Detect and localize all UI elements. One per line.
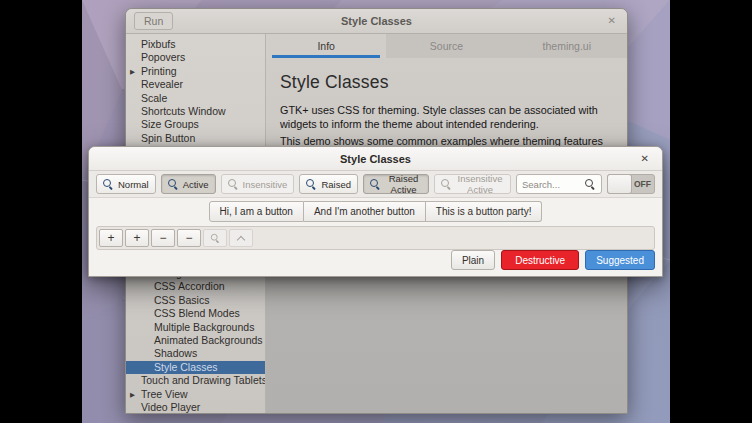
style-classes-dialog: Style Classes ✕ NormalActiveInsensitiveR…: [88, 146, 663, 277]
close-icon[interactable]: ✕: [608, 16, 616, 26]
toolbar-button-label: Insensitive Active: [456, 173, 504, 195]
sidebar-list-top: PixbufsPopovers▶PrintingRevealerScaleSho…: [126, 38, 265, 145]
sidebar-item-css-blend-modes[interactable]: CSS Blend Modes: [126, 307, 265, 320]
sidebar-item-shortcuts-window[interactable]: Shortcuts Window: [126, 105, 265, 118]
primary-toolbar: NormalActiveInsensitiveRaisedRaised Acti…: [89, 171, 662, 198]
sidebar-item-label: Style Classes: [154, 361, 218, 373]
sidebar-item-animated-backgrounds[interactable]: Animated Backgrounds: [126, 334, 265, 347]
sidebar-item-revealer[interactable]: Revealer: [126, 78, 265, 91]
minus-icon: −: [159, 232, 166, 244]
normal-button[interactable]: Normal: [96, 174, 156, 194]
sidebar-item-popovers[interactable]: Popovers: [126, 51, 265, 64]
plus-button[interactable]: +: [99, 229, 123, 247]
sidebar-item-label: Scale: [141, 92, 167, 104]
sidebar-item-label: CSS Basics: [154, 294, 209, 306]
sidebar-item-label: Shadows: [154, 347, 197, 359]
magnifier-icon: [306, 179, 317, 190]
linked-buttons: Hi, I am a buttonAnd I'm another buttonT…: [209, 201, 543, 222]
search-icon: [585, 179, 596, 190]
sidebar-item-label: Popovers: [141, 51, 185, 63]
sidebar-item-spin-button[interactable]: Spin Button: [126, 132, 265, 145]
demo-window-title: Style Classes: [126, 15, 627, 27]
sidebar-item-printing[interactable]: ▶Printing: [126, 65, 265, 78]
plus-icon: +: [133, 232, 140, 244]
search-input[interactable]: [522, 179, 582, 190]
sidebar-item-label: Animated Backgrounds: [154, 334, 263, 346]
plain-button[interactable]: Plain: [451, 250, 495, 270]
linked-button-and-i-m-another-button[interactable]: And I'm another button: [304, 201, 426, 222]
dialog-title: Style Classes: [340, 153, 411, 165]
magnifier-button: [203, 229, 227, 247]
demo-titlebar: Run Style Classes ✕: [126, 9, 627, 34]
raised-button[interactable]: Raised: [299, 174, 358, 194]
magnifier-icon: [441, 179, 452, 190]
sidebar-item-label: Pixbufs: [141, 38, 175, 50]
destructive-button[interactable]: Destructive: [501, 250, 579, 270]
magnifier-icon: [210, 233, 219, 242]
sidebar-item-size-groups[interactable]: Size Groups: [126, 118, 265, 131]
page-title: Style Classes: [280, 72, 613, 93]
tab-theming-ui[interactable]: theming.ui: [507, 34, 627, 58]
sidebar-item-tree-view[interactable]: ▶Tree View: [126, 388, 265, 401]
sidebar-item-css-accordion[interactable]: CSS Accordion: [126, 280, 265, 293]
sidebar-list-bottom: ▼ThemingCSS AccordionCSS BasicsCSS Blend…: [126, 267, 265, 413]
sidebar-item-touch-and-drawing-tablets[interactable]: Touch and Drawing Tablets: [126, 374, 265, 387]
expander-arrow-icon[interactable]: ▶: [130, 65, 135, 78]
toolbar-button-label: Active: [183, 179, 209, 190]
raised-active-button[interactable]: Raised Active: [363, 174, 429, 194]
switch-state-label: OFF: [631, 175, 654, 193]
sidebar-item-label: Tree View: [141, 388, 188, 400]
sidebar-item-label: Spin Button: [141, 132, 195, 144]
active-button[interactable]: Active: [161, 174, 216, 194]
toolbar-button-label: Raised: [321, 179, 351, 190]
suggested-button[interactable]: Suggested: [585, 250, 655, 270]
sidebar-item-label: Multiple Backgrounds: [154, 321, 254, 333]
minus-button[interactable]: −: [177, 229, 201, 247]
sidebar-item-shadows[interactable]: Shadows: [126, 347, 265, 360]
sidebar-item-scale[interactable]: Scale: [126, 92, 265, 105]
sidebar-item-label: Video Player: [141, 401, 200, 413]
plus-icon: +: [107, 232, 114, 244]
linked-button-this-is-a-button-party[interactable]: This is a button party!: [426, 201, 543, 222]
toggle-switch[interactable]: OFF: [607, 174, 655, 194]
sidebar-item-label: Size Groups: [141, 118, 199, 130]
toolbar-button-label: Raised Active: [385, 173, 422, 195]
inline-toolbar: ++−−: [96, 226, 655, 250]
sidebar-item-label: CSS Blend Modes: [154, 307, 240, 319]
toolbar-button-label: Normal: [118, 179, 149, 190]
action-buttons: PlainDestructiveSuggested: [89, 250, 662, 276]
run-button[interactable]: Run: [134, 12, 173, 30]
sidebar-item-style-classes[interactable]: Style Classes: [126, 361, 265, 374]
sidebar-item-css-basics[interactable]: CSS Basics: [126, 294, 265, 307]
desktop: Run Style Classes ✕ PixbufsPopovers▶Prin…: [0, 0, 752, 423]
page-paragraph-1: GTK+ uses CSS for theming. Style classes…: [280, 103, 613, 132]
insensitive-active-button: Insensitive Active: [434, 174, 511, 194]
sidebar-item-label: Printing: [141, 65, 177, 77]
toolbar-button-label: Insensitive: [243, 179, 288, 190]
sidebar-item-pixbufs[interactable]: Pixbufs: [126, 38, 265, 51]
linked-button-hi-i-am-a-button[interactable]: Hi, I am a button: [209, 201, 304, 222]
sidebar-item-label: Revealer: [141, 78, 183, 90]
switch-knob[interactable]: [607, 174, 632, 194]
dialog-titlebar: Style Classes ✕: [89, 147, 662, 171]
tab-source[interactable]: Source: [386, 34, 506, 58]
tab-info[interactable]: Info: [266, 34, 386, 58]
tab-bar: InfoSourcetheming.ui: [266, 34, 627, 58]
chevron-up-icon: [237, 235, 245, 243]
minus-icon: −: [185, 232, 192, 244]
sidebar-item-multiple-backgrounds[interactable]: Multiple Backgrounds: [126, 321, 265, 334]
close-icon[interactable]: ✕: [641, 154, 649, 164]
magnifier-icon: [228, 179, 239, 190]
minus-button[interactable]: −: [151, 229, 175, 247]
sidebar-item-label: Shortcuts Window: [141, 105, 226, 117]
magnifier-icon: [103, 179, 114, 190]
chevron-up-button: [229, 229, 253, 247]
sidebar-item-video-player[interactable]: Video Player: [126, 401, 265, 413]
plus-button[interactable]: +: [125, 229, 149, 247]
sidebar-item-label: Touch and Drawing Tablets: [141, 374, 266, 386]
expander-arrow-icon[interactable]: ▶: [130, 388, 135, 401]
insensitive-button: Insensitive: [221, 174, 295, 194]
magnifier-icon: [168, 179, 179, 190]
search-box: [516, 174, 602, 194]
magnifier-icon: [370, 179, 381, 190]
